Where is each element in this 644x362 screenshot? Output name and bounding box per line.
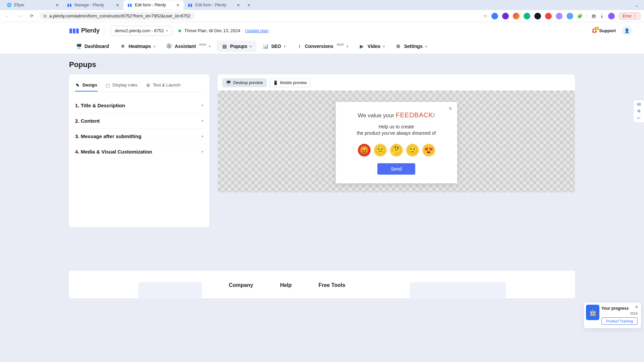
browser-tab[interactable]: 🌐 Eflyer ✕ — [3, 0, 63, 10]
chevron-down-icon: ▾ — [154, 45, 155, 48]
extension-icon[interactable] — [524, 13, 530, 19]
new-badge: NEW — [337, 43, 344, 46]
close-icon[interactable]: ✕ — [116, 3, 119, 8]
popup-title-pre: We value your — [358, 112, 396, 119]
browser-tab[interactable]: ▮▮ Edit form - Plerdy ✕ — [123, 0, 184, 10]
brand-logo[interactable]: ▮▮▮ Plerdy — [69, 27, 100, 34]
extension-icon[interactable] — [502, 13, 509, 19]
brand-name: Plerdy — [81, 27, 100, 34]
phone-icon: 📱 — [273, 80, 278, 85]
browser-tab[interactable]: ▮▮ Manage - Plerdy ✕ — [63, 0, 123, 10]
extension-icon[interactable] — [534, 13, 541, 19]
support-link[interactable]: 🛟1 Support — [592, 28, 616, 33]
new-badge: NEW — [199, 43, 206, 46]
support-label: Support — [599, 28, 616, 33]
pencil-icon: ✎ — [76, 83, 80, 87]
extension-icon[interactable] — [545, 13, 552, 19]
extension-icon[interactable] — [567, 13, 573, 19]
footer-promo-box — [138, 282, 202, 298]
subtab-display-rules[interactable]: ▢ Display rules — [105, 80, 138, 92]
subtab-test-launch[interactable]: ⚙ Test & Launch — [146, 80, 181, 92]
main-nav: 🖥️ Dashboard ⚛ Heatmaps ▾ Ⓐ Assistant NE… — [0, 39, 644, 54]
star-icon[interactable]: ☆ — [483, 13, 487, 18]
profile-avatar[interactable] — [608, 13, 615, 19]
extension-icon[interactable] — [513, 13, 520, 19]
nav-label: SEO — [271, 44, 281, 49]
chevron-down-icon: ▾ — [425, 45, 427, 48]
extension-icon[interactable] — [556, 13, 562, 19]
atoms-icon: ⚛ — [120, 43, 126, 49]
browser-tab[interactable]: ▮▮ Edit form - Plerdy ✕ — [184, 0, 244, 10]
footer-heading: Free Tools — [319, 282, 345, 288]
emoji-happy[interactable]: 🙂 — [406, 144, 419, 157]
reload-button[interactable]: ⟳ — [28, 12, 36, 20]
nav-heatmaps[interactable]: ⚛ Heatmaps ▾ — [115, 41, 160, 52]
forward-button[interactable]: → — [15, 12, 23, 20]
chevron-down-icon[interactable]: ⌄ — [635, 3, 641, 8]
page-title: Popups — [69, 60, 575, 69]
url-field[interactable]: ⧉ a.plerdy.com/admin/form_constructor/67… — [40, 12, 195, 20]
emoji-angry[interactable]: 😡 — [358, 144, 371, 157]
close-icon[interactable]: ✕ — [176, 3, 180, 8]
accordion-label: 4. Media & Visual Customization — [75, 149, 152, 155]
site-info-icon[interactable]: ⧉ — [44, 14, 47, 18]
chevron-down-icon: ▾ — [202, 150, 203, 154]
undo-icon[interactable]: ↩ — [637, 116, 640, 120]
support-badge: 1 — [595, 27, 599, 30]
close-icon[interactable]: ✕ — [55, 3, 59, 8]
rating-emoji-row: 😡 😕 🤔 🙂 😍 — [344, 144, 449, 157]
accordion-label: 1. Title & Description — [75, 103, 125, 108]
nav-label: Video — [368, 44, 380, 49]
accordion-item[interactable]: 1. Title & Description ▾ — [75, 98, 203, 113]
new-tab-button[interactable]: ＋ — [244, 0, 254, 10]
app-shell: ▮▮▮ Plerdy demo2.plerdy.com - 6752 ▾ Thr… — [0, 22, 644, 54]
subtab-design[interactable]: ✎ Design — [75, 80, 98, 92]
form-icon: ▤ — [221, 43, 227, 49]
person-icon: 👤 — [624, 28, 630, 33]
pv-label: Desktop preview — [233, 80, 263, 85]
reading-list-icon[interactable]: ▤ — [592, 13, 596, 18]
nav-seo[interactable]: 📊 SEO ▾ — [258, 41, 290, 52]
emoji-thinking[interactable]: 🤔 — [390, 144, 403, 157]
extensions-menu-icon[interactable]: 🧩 — [577, 13, 583, 18]
mobile-preview-button[interactable]: 📱 Mobile preview — [269, 78, 311, 87]
browser-chrome: 🌐 Eflyer ✕ ▮▮ Manage - Plerdy ✕ ▮▮ Edit … — [0, 0, 644, 22]
accordion-item[interactable]: 3. Message after submitting ▾ — [75, 129, 203, 144]
account-button[interactable]: 👤 — [622, 25, 632, 36]
send-button[interactable]: Send — [377, 163, 415, 175]
accordion-item[interactable]: 4. Media & Visual Customization ▾ — [75, 144, 203, 159]
nav-settings[interactable]: ⚙ Settings ▾ — [391, 41, 432, 52]
popup-title: We value your FEEDBACK! — [344, 111, 449, 119]
subtab-label: Display rules — [112, 82, 137, 87]
error-indicator[interactable]: Error ⋮ — [619, 12, 641, 20]
nav-popups[interactable]: ▤ Popups ▾ — [217, 41, 256, 52]
back-button[interactable]: ← — [3, 12, 11, 20]
close-icon[interactable]: ✕ — [448, 106, 452, 111]
emoji-love[interactable]: 😍 — [422, 144, 435, 157]
gear-icon[interactable]: ⚙ — [637, 109, 641, 113]
plerdy-icon: ▮▮ — [188, 3, 193, 7]
nav-video[interactable]: ▶ Video ▾ — [354, 41, 389, 52]
preview-toolbar: 🖥️ Desktop preview 📱 Mobile preview — [218, 74, 575, 91]
design-accordion: 1. Title & Description ▾ 2. Content ▾ 3.… — [75, 98, 203, 159]
nav-conversions[interactable]: ⫶ Conversions NEW ▾ — [291, 41, 353, 52]
ui-toggle[interactable]: UI — [637, 102, 641, 106]
emoji-sad[interactable]: 😕 — [374, 144, 387, 157]
extension-icon[interactable] — [491, 13, 498, 19]
desktop-preview-button[interactable]: 🖥️ Desktop preview — [222, 78, 267, 87]
update-plan-link[interactable]: Update plan — [245, 28, 269, 33]
divider — [104, 26, 104, 35]
footer-heading: Company — [229, 282, 253, 288]
editor-panel: ✎ Design ▢ Display rules ⚙ Test & Launch… — [69, 74, 209, 227]
accordion-item[interactable]: 2. Content ▾ — [75, 113, 203, 129]
close-icon[interactable]: ✕ — [236, 3, 240, 8]
popup-sub-line1: Help us to create — [379, 124, 414, 129]
nav-dashboard[interactable]: 🖥️ Dashboard — [71, 41, 114, 52]
globe-icon: 🌐 — [7, 3, 11, 7]
site-selector[interactable]: demo2.plerdy.com - 6752 ▾ — [110, 26, 172, 36]
nav-label: Conversions — [305, 44, 333, 49]
tab-title: Edit form - Plerdy — [195, 3, 226, 7]
nav-assistant[interactable]: Ⓐ Assistant NEW ▾ — [161, 41, 215, 52]
downloads-icon[interactable]: ⭳ — [600, 13, 604, 18]
status-dot-icon — [178, 29, 181, 32]
